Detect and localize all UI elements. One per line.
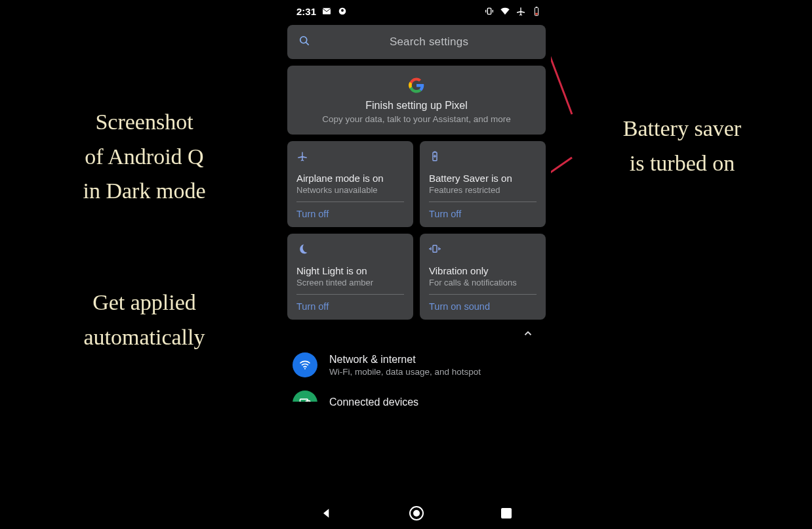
tile-subtitle: Features restricted (429, 185, 537, 195)
annotation-left-bottom: Get applied automatically (26, 286, 262, 354)
list-subtitle: Wi-Fi, mobile, data usage, and hotspot (329, 367, 481, 377)
moon-icon (296, 243, 404, 257)
tile-action-turn-off[interactable]: Turn off (296, 301, 404, 312)
svg-rect-11 (536, 7, 538, 8)
airplane-icon (516, 6, 526, 16)
annotation-right: Battery saver is turbed on (564, 112, 800, 180)
divider (296, 294, 404, 295)
tile-title: Vibration only (429, 265, 537, 276)
annotation-line: Battery saver (564, 112, 800, 146)
nav-back-button[interactable] (311, 497, 342, 529)
settings-content: Search settings Finish setting up Pixel … (282, 22, 551, 422)
svg-line-14 (306, 43, 309, 45)
collapse-row (287, 320, 546, 346)
tile-action-turn-on-sound[interactable]: Turn on sound (429, 301, 537, 312)
nav-home-button[interactable] (401, 497, 432, 529)
battery-saver-icon (429, 150, 537, 165)
status-time: 2:31 (296, 6, 316, 17)
svg-rect-25 (300, 399, 308, 404)
gmail-icon (321, 6, 332, 16)
list-item-network[interactable]: Network & internet Wi-Fi, mobile, data u… (287, 346, 546, 384)
divider (296, 201, 404, 202)
quick-tiles: Airplane mode is on Networks unavailable… (287, 141, 546, 320)
tile-airplane[interactable]: Airplane mode is on Networks unavailable… (287, 141, 413, 227)
svg-rect-7 (487, 8, 491, 14)
annotation-line: in Dark mode (26, 174, 262, 209)
svg-rect-16 (434, 152, 436, 153)
navigation-bar (282, 497, 551, 529)
battery-low-icon (531, 6, 542, 16)
svg-point-13 (300, 37, 307, 43)
tile-subtitle: Screen tinted amber (296, 278, 404, 287)
status-bar-left: 2:31 (296, 6, 348, 17)
setup-title: Finish setting up Pixel (298, 100, 535, 112)
status-bar-right (484, 6, 542, 16)
google-g-icon (409, 77, 424, 93)
list-title: Connected devices (329, 396, 418, 408)
list-item-connected-devices[interactable]: Connected devices (287, 384, 546, 422)
soccer-icon (337, 6, 348, 16)
tile-title: Battery Saver is on (429, 173, 537, 184)
airplane-icon (296, 150, 404, 165)
vibrate-icon (429, 243, 537, 257)
tile-vibration[interactable]: Vibration only For calls & notifications… (420, 234, 546, 320)
status-bar: 2:31 (282, 0, 551, 22)
search-settings[interactable]: Search settings (287, 25, 546, 59)
tile-title: Airplane mode is on (296, 173, 404, 184)
divider (429, 294, 537, 295)
wifi-icon (293, 352, 317, 377)
tile-action-turn-off[interactable]: Turn off (429, 209, 537, 219)
search-icon (298, 34, 311, 50)
chevron-up-icon[interactable] (522, 328, 534, 342)
annotation-line: of Android Q (26, 140, 262, 175)
svg-point-24 (304, 368, 306, 370)
tile-title: Night Light is on (296, 265, 404, 276)
tile-night-light[interactable]: Night Light is on Screen tinted amber Tu… (287, 234, 413, 320)
nav-recents-button[interactable] (491, 497, 522, 529)
tile-action-turn-off[interactable]: Turn off (296, 209, 404, 219)
vibrate-icon (484, 6, 495, 16)
setup-card[interactable]: Finish setting up Pixel Copy your data, … (287, 66, 546, 135)
phone-frame: 2:31 (282, 0, 551, 529)
svg-rect-19 (433, 245, 437, 253)
tile-subtitle: For calls & notifications (429, 278, 537, 287)
divider (429, 201, 537, 202)
search-placeholder: Search settings (323, 35, 535, 49)
devices-icon (293, 391, 317, 415)
svg-marker-27 (323, 509, 329, 517)
svg-rect-12 (535, 13, 537, 15)
svg-rect-4 (323, 8, 331, 14)
annotation-line: Screenshot (26, 105, 262, 140)
annotation-line: Get applied (26, 286, 262, 320)
list-title: Network & internet (329, 354, 481, 366)
annotation-left-top: Screenshot of Android Q in Dark mode (26, 105, 262, 209)
tile-battery-saver[interactable]: Battery Saver is on Features restricted … (420, 141, 546, 227)
annotation-line: is turbed on (564, 146, 800, 181)
setup-subtitle: Copy your data, talk to your Assistant, … (298, 114, 535, 124)
wifi-icon (500, 6, 510, 16)
annotation-line: automatically (26, 320, 262, 355)
tile-subtitle: Networks unavailable (296, 185, 404, 195)
